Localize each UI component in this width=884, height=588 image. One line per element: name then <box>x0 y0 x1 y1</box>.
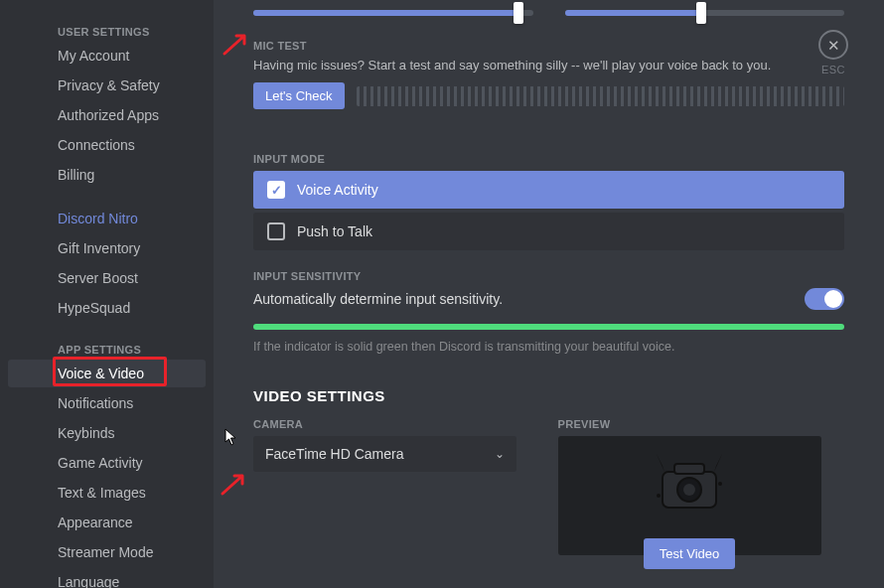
sidebar-item-notifications[interactable]: Notifications <box>8 389 206 417</box>
input-mode-push-to-talk[interactable]: Push to Talk <box>253 213 844 250</box>
auto-sensitivity-toggle[interactable] <box>805 288 844 310</box>
sidebar-item-nitro[interactable]: Discord Nitro <box>8 205 206 232</box>
input-mode-voice-activity[interactable]: ✓ Voice Activity <box>253 171 844 209</box>
annotation-highlight <box>53 357 167 386</box>
preview-label: PREVIEW <box>558 418 845 430</box>
svg-point-5 <box>718 482 722 486</box>
camera-select[interactable]: FaceTime HD Camera ⌄ <box>253 436 516 472</box>
checkbox-unchecked-icon <box>267 222 285 240</box>
mic-test-header: MIC TEST <box>253 40 844 52</box>
sidebar-item-gift-inventory[interactable]: Gift Inventory <box>8 234 206 262</box>
input-mode-header: INPUT MODE <box>253 153 844 165</box>
sidebar-item-my-account[interactable]: My Account <box>8 42 206 70</box>
sidebar-item-streamer-mode[interactable]: Streamer Mode <box>8 538 206 566</box>
sidebar-item-connections[interactable]: Connections <box>8 131 206 159</box>
camera-value: FaceTime HD Camera <box>265 446 404 462</box>
sidebar-item-appearance[interactable]: Appearance <box>8 509 206 536</box>
chevron-down-icon: ⌄ <box>495 447 505 461</box>
camera-icon <box>645 450 734 514</box>
test-video-button[interactable]: Test Video <box>644 538 735 569</box>
sidebar-item-hypesquad[interactable]: HypeSquad <box>8 294 206 322</box>
sidebar-item-billing[interactable]: Billing <box>8 161 206 189</box>
settings-sidebar: USER SETTINGS My Account Privacy & Safet… <box>0 0 214 588</box>
output-volume-slider[interactable] <box>565 4 845 22</box>
sidebar-header-user: USER SETTINGS <box>8 20 206 42</box>
mic-test-text: Having mic issues? Start a test and say … <box>253 58 844 73</box>
sidebar-item-game-activity[interactable]: Game Activity <box>8 449 206 477</box>
input-mode-label: Push to Talk <box>297 223 372 239</box>
sidebar-item-keybinds[interactable]: Keybinds <box>8 419 206 447</box>
sensitivity-hint: If the indicator is solid green then Dis… <box>253 340 844 354</box>
sidebar-item-privacy[interactable]: Privacy & Safety <box>8 72 206 99</box>
svg-point-2 <box>683 484 695 496</box>
sidebar-item-server-boost[interactable]: Server Boost <box>8 264 206 292</box>
sidebar-header-app: APP SETTINGS <box>8 338 206 360</box>
sensitivity-header: INPUT SENSITIVITY <box>253 270 844 282</box>
sensitivity-text: Automatically determine input sensitivit… <box>253 291 503 307</box>
sensitivity-indicator <box>253 324 844 330</box>
sidebar-item-voice-video[interactable]: Voice & Video <box>8 360 206 387</box>
checkbox-checked-icon: ✓ <box>267 181 285 199</box>
mic-test-button[interactable]: Let's Check <box>253 82 345 109</box>
mic-level-meter <box>357 86 844 106</box>
video-settings-header: VIDEO SETTINGS <box>253 387 844 404</box>
input-volume-slider[interactable] <box>253 4 533 22</box>
input-mode-label: Voice Activity <box>297 182 378 198</box>
sidebar-item-language[interactable]: Language <box>8 568 206 588</box>
sidebar-item-authorized-apps[interactable]: Authorized Apps <box>8 101 206 129</box>
svg-rect-3 <box>674 464 704 474</box>
svg-point-4 <box>657 494 661 498</box>
video-preview: Test Video <box>558 436 821 555</box>
sidebar-item-text-images[interactable]: Text & Images <box>8 479 206 507</box>
camera-label: CAMERA <box>253 418 540 430</box>
settings-content: MIC TEST Having mic issues? Start a test… <box>214 0 884 588</box>
